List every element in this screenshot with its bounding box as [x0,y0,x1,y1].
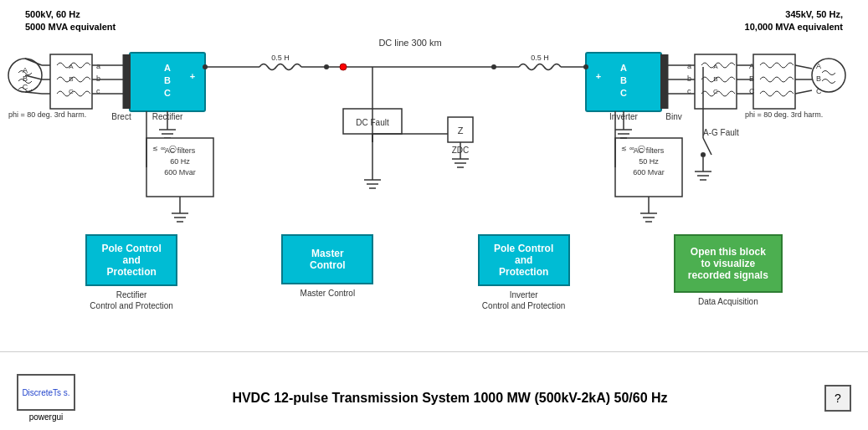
svg-text:C: C [620,88,627,98]
svg-text:≲: ≲ [152,145,158,152]
master-control-group: Master Control Master Control [281,234,373,299]
svg-rect-56 [753,54,795,109]
svg-text:a: a [687,62,691,70]
svg-text:0.5 H: 0.5 H [271,54,290,62]
svg-text:B: B [713,75,717,83]
svg-text:B: B [164,75,171,85]
master-control-block[interactable]: Master Control [281,234,373,284]
svg-text:A: A [620,63,627,73]
svg-text:∞: ∞ [629,145,634,152]
svg-text:Binv: Binv [665,112,681,121]
svg-point-34 [340,64,347,70]
bottom-row: Discrete Ts s. powergui HVDC 12-pulse Tr… [0,374,868,422]
svg-text:B: B [816,74,821,83]
svg-line-13 [25,92,42,94]
pole-control-rect-block[interactable]: Pole Controland Protection [85,234,177,286]
svg-point-131 [203,64,208,69]
svg-point-132 [324,64,329,69]
svg-text:phi = 80 deg.  3rd harm.: phi = 80 deg. 3rd harm. [745,110,823,119]
svg-text:≲: ≲ [621,145,627,152]
svg-text:50 Hz: 50 Hz [639,157,659,166]
control-blocks-row: Pole Controland Protection Rectifier Con… [0,226,868,320]
powergui-line2: Ts s. [53,387,70,398]
svg-text:◯: ◯ [169,145,177,152]
svg-text:Z: Z [458,125,464,136]
svg-point-134 [583,64,588,69]
svg-line-109 [703,138,711,155]
svg-text:A: A [816,62,821,70]
svg-line-69 [795,90,812,94]
svg-text:60 Hz: 60 Hz [170,157,190,166]
svg-text:b: b [687,74,691,83]
svg-text:Brect: Brect [111,112,131,121]
svg-text:phi = 80 deg.  3rd harm.: phi = 80 deg. 3rd harm. [8,110,86,119]
powergui-line1: Discrete [22,387,53,398]
svg-text:∞: ∞ [161,145,166,152]
main-canvas: 500kV, 60 Hz 5000 MVA equivalent 345kV, … [0,0,868,430]
svg-text:C: C [816,87,822,95]
svg-text:+: + [596,71,601,81]
svg-text:B: B [69,75,73,83]
svg-text:B: B [749,74,754,83]
data-acquisition-block[interactable]: Open this blockto visualizerecorded sign… [674,234,783,293]
svg-text:C: C [164,88,171,98]
svg-text:A: A [749,62,754,70]
powergui-block: Discrete Ts s. powergui [17,374,75,422]
svg-text:+: + [190,71,195,81]
pole-control-inv-block[interactable]: Pole Controland Protection [478,234,570,286]
data-acquisition-label: Data Acquisition [698,296,758,307]
pole-control-inv-group: Pole Controland Protection Inverter Cont… [478,234,570,311]
svg-text:0.5 H: 0.5 H [531,54,549,62]
powergui-button[interactable]: Discrete Ts s. [17,374,75,411]
pole-control-rect-label: Rectifier Control and Protection [90,289,173,311]
svg-line-11 [25,59,42,65]
pole-control-rect-group: Pole Controland Protection Rectifier Con… [85,234,177,311]
svg-text:600 Mvar: 600 Mvar [633,168,665,177]
svg-point-110 [701,152,706,157]
svg-text:600 Mvar: 600 Mvar [164,168,196,177]
data-acquisition-group: Open this blockto visualizerecorded sign… [674,234,783,307]
pole-control-inv-label: Inverter Control and Protection [482,289,566,311]
svg-text:A: A [164,63,171,73]
svg-text:A-G Fault: A-G Fault [703,128,739,137]
svg-text:◯: ◯ [638,145,645,152]
svg-line-67 [795,65,812,69]
help-button[interactable]: ? [824,385,851,412]
dc-line-label: DC line 300 km [378,38,441,48]
svg-text:b: b [96,74,100,83]
svg-text:B: B [620,75,627,85]
master-control-label: Master Control [300,288,356,299]
system-title: HVDC 12-pulse Transmission System 1000 M… [92,391,808,406]
svg-point-133 [491,64,496,69]
svg-text:a: a [96,62,100,70]
powergui-label: powergui [29,412,64,422]
circuit-diagram: DC line 300 km A B C A B C a b c phi = 8 [0,0,868,226]
